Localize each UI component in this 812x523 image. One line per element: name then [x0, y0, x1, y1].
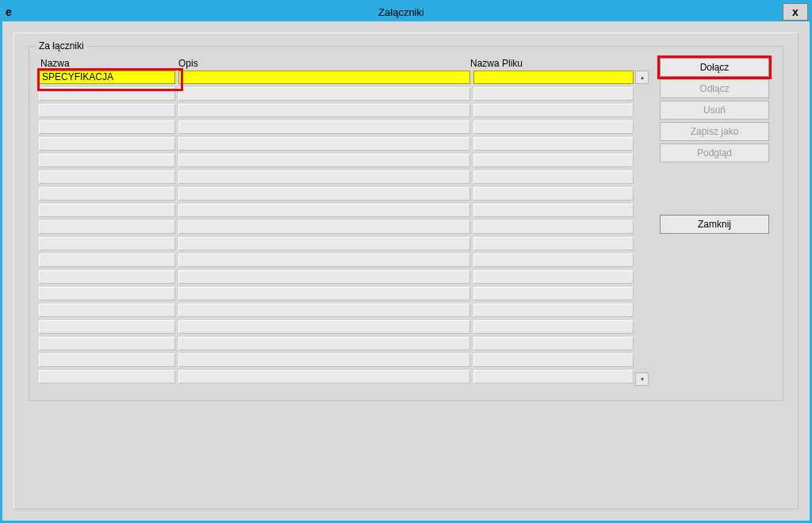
table-row[interactable] [39, 337, 634, 350]
cell-name[interactable] [39, 204, 175, 217]
table-row[interactable] [39, 320, 634, 334]
table-row[interactable]: SPECYFIKACJA [39, 71, 634, 84]
cell-filename[interactable] [473, 120, 634, 134]
title-bar[interactable]: e Załączniki x [2, 2, 810, 21]
cell-name[interactable] [39, 87, 175, 101]
scroll-up-button[interactable]: ▴ [635, 71, 649, 84]
cell-filename[interactable] [473, 270, 634, 284]
table-row[interactable] [39, 254, 634, 267]
cell-filename[interactable] [473, 237, 634, 250]
cell-filename[interactable] [473, 337, 634, 350]
cell-description[interactable] [178, 287, 470, 300]
table-row[interactable] [39, 303, 634, 317]
cell-filename[interactable] [473, 104, 634, 117]
saveas-button: Zapisz jako [660, 122, 769, 141]
table-row[interactable] [39, 353, 634, 367]
table-row[interactable] [39, 170, 634, 184]
cell-filename[interactable] [473, 71, 634, 84]
window-frame: e Załączniki x Za łączniki Nazwa Opis Na… [0, 0, 812, 523]
cell-filename[interactable] [473, 353, 634, 367]
cell-name[interactable] [39, 237, 175, 250]
cell-description[interactable] [178, 220, 470, 234]
window-title: Załączniki [20, 6, 783, 18]
table-row[interactable] [39, 237, 634, 250]
table-row[interactable] [39, 137, 634, 151]
fieldset-legend: Za łączniki [36, 40, 87, 52]
table-row[interactable] [39, 154, 634, 167]
attach-button[interactable]: Dołącz [660, 58, 769, 77]
cell-description[interactable] [178, 370, 470, 384]
cell-name[interactable] [39, 337, 175, 350]
preview-button: Podgląd [660, 143, 769, 162]
cell-name[interactable] [39, 104, 175, 117]
cell-description[interactable] [178, 187, 470, 200]
cell-filename[interactable] [473, 303, 634, 317]
table-headers: Nazwa Opis Nazwa Pliku [39, 58, 649, 69]
cell-name[interactable] [39, 270, 175, 284]
cell-name[interactable] [39, 303, 175, 317]
cell-description[interactable] [178, 254, 470, 267]
cell-description[interactable] [178, 87, 470, 101]
cell-filename[interactable] [473, 187, 634, 200]
inner-panel: Za łączniki Nazwa Opis Nazwa Pliku SPECY… [13, 32, 799, 510]
cell-description[interactable] [178, 353, 470, 367]
action-buttons: Dołącz Odłącz Usuń Zapisz jako Podgląd Z… [660, 58, 769, 391]
vertical-scrollbar[interactable]: ▴ ▾ [635, 71, 649, 386]
cell-filename[interactable] [473, 137, 634, 151]
table-row[interactable] [39, 187, 634, 200]
cell-name[interactable] [39, 187, 175, 200]
cell-description[interactable] [178, 270, 470, 284]
cell-name[interactable] [39, 137, 175, 151]
cell-filename[interactable] [473, 220, 634, 234]
table-row[interactable] [39, 220, 634, 234]
button-spacer [660, 165, 769, 212]
cell-description[interactable] [178, 303, 470, 317]
cell-description[interactable] [178, 104, 470, 117]
table-row[interactable] [39, 287, 634, 300]
cell-filename[interactable] [473, 154, 634, 167]
scroll-down-button[interactable]: ▾ [635, 372, 649, 386]
cell-name[interactable] [39, 120, 175, 134]
app-icon-letter: e [6, 6, 12, 18]
cell-name[interactable] [39, 170, 175, 184]
client-area: Za łączniki Nazwa Opis Nazwa Pliku SPECY… [2, 21, 810, 521]
cell-filename[interactable] [473, 170, 634, 184]
table-row[interactable] [39, 270, 634, 284]
cell-description[interactable] [178, 170, 470, 184]
close-window-button[interactable]: x [783, 3, 808, 21]
table-row[interactable] [39, 370, 634, 384]
table-row[interactable] [39, 120, 634, 134]
close-button[interactable]: Zamknij [660, 215, 769, 234]
cell-description[interactable] [178, 237, 470, 250]
cell-name[interactable]: SPECYFIKACJA [39, 71, 175, 84]
attachments-fieldset: Za łączniki Nazwa Opis Nazwa Pliku SPECY… [29, 46, 783, 401]
header-filename: Nazwa Pliku [467, 58, 630, 69]
cell-name[interactable] [39, 353, 175, 367]
cell-filename[interactable] [473, 254, 634, 267]
cell-description[interactable] [178, 71, 470, 84]
cell-name[interactable] [39, 370, 175, 384]
cell-description[interactable] [178, 137, 470, 151]
app-icon: e [6, 5, 20, 19]
cell-name[interactable] [39, 320, 175, 334]
cell-filename[interactable] [473, 320, 634, 334]
table-row[interactable] [39, 204, 634, 217]
cell-description[interactable] [178, 120, 470, 134]
cell-name[interactable] [39, 154, 175, 167]
table-row[interactable] [39, 87, 634, 101]
cell-name[interactable] [39, 254, 175, 267]
cell-filename[interactable] [473, 204, 634, 217]
cell-filename[interactable] [473, 370, 634, 384]
cell-name[interactable] [39, 220, 175, 234]
delete-button: Usuń [660, 101, 769, 120]
cell-description[interactable] [178, 337, 470, 350]
attachments-table: Nazwa Opis Nazwa Pliku SPECYFIKACJA ▴ ▾ [39, 58, 649, 391]
header-description: Opis [175, 58, 467, 69]
table-row[interactable] [39, 104, 634, 117]
cell-description[interactable] [178, 320, 470, 334]
cell-filename[interactable] [473, 287, 634, 300]
cell-name[interactable] [39, 287, 175, 300]
cell-filename[interactable] [473, 87, 634, 101]
cell-description[interactable] [178, 204, 470, 217]
cell-description[interactable] [178, 154, 470, 167]
